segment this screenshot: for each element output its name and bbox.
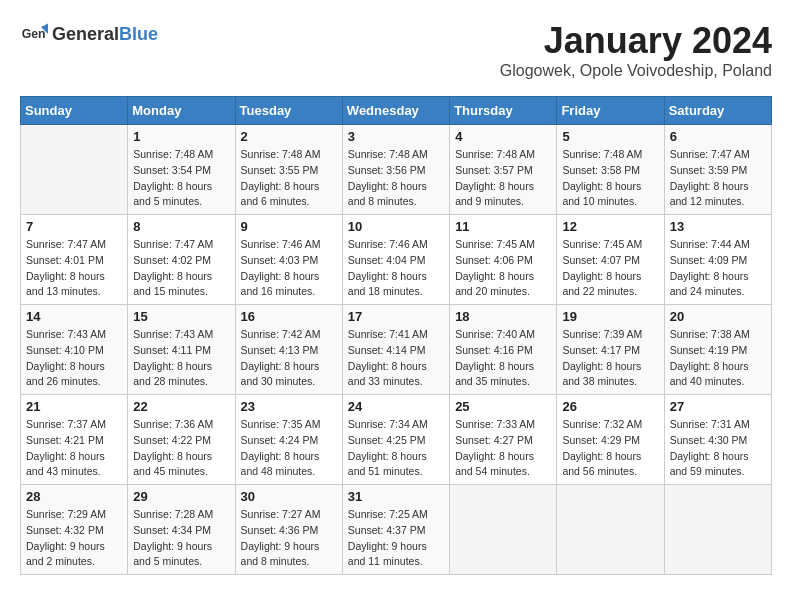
calendar-cell <box>21 125 128 215</box>
calendar-cell: 14Sunrise: 7:43 AMSunset: 4:10 PMDayligh… <box>21 305 128 395</box>
day-number: 29 <box>133 489 229 504</box>
day-number: 4 <box>455 129 551 144</box>
day-detail: Sunrise: 7:45 AMSunset: 4:07 PMDaylight:… <box>562 237 658 300</box>
day-number: 14 <box>26 309 122 324</box>
calendar-cell: 12Sunrise: 7:45 AMSunset: 4:07 PMDayligh… <box>557 215 664 305</box>
day-detail: Sunrise: 7:46 AMSunset: 4:04 PMDaylight:… <box>348 237 444 300</box>
day-detail: Sunrise: 7:37 AMSunset: 4:21 PMDaylight:… <box>26 417 122 480</box>
day-detail: Sunrise: 7:48 AMSunset: 3:54 PMDaylight:… <box>133 147 229 210</box>
week-row-2: 7Sunrise: 7:47 AMSunset: 4:01 PMDaylight… <box>21 215 772 305</box>
day-number: 22 <box>133 399 229 414</box>
calendar-cell: 9Sunrise: 7:46 AMSunset: 4:03 PMDaylight… <box>235 215 342 305</box>
calendar-cell: 2Sunrise: 7:48 AMSunset: 3:55 PMDaylight… <box>235 125 342 215</box>
day-number: 17 <box>348 309 444 324</box>
calendar-cell: 28Sunrise: 7:29 AMSunset: 4:32 PMDayligh… <box>21 485 128 575</box>
day-detail: Sunrise: 7:34 AMSunset: 4:25 PMDaylight:… <box>348 417 444 480</box>
day-number: 20 <box>670 309 766 324</box>
day-number: 25 <box>455 399 551 414</box>
calendar-cell: 29Sunrise: 7:28 AMSunset: 4:34 PMDayligh… <box>128 485 235 575</box>
weekday-header-thursday: Thursday <box>450 97 557 125</box>
day-detail: Sunrise: 7:31 AMSunset: 4:30 PMDaylight:… <box>670 417 766 480</box>
day-number: 28 <box>26 489 122 504</box>
day-number: 6 <box>670 129 766 144</box>
calendar-cell: 23Sunrise: 7:35 AMSunset: 4:24 PMDayligh… <box>235 395 342 485</box>
day-number: 7 <box>26 219 122 234</box>
week-row-5: 28Sunrise: 7:29 AMSunset: 4:32 PMDayligh… <box>21 485 772 575</box>
day-detail: Sunrise: 7:43 AMSunset: 4:11 PMDaylight:… <box>133 327 229 390</box>
day-number: 19 <box>562 309 658 324</box>
day-number: 27 <box>670 399 766 414</box>
day-detail: Sunrise: 7:40 AMSunset: 4:16 PMDaylight:… <box>455 327 551 390</box>
weekday-header-wednesday: Wednesday <box>342 97 449 125</box>
day-number: 21 <box>26 399 122 414</box>
calendar-cell: 27Sunrise: 7:31 AMSunset: 4:30 PMDayligh… <box>664 395 771 485</box>
day-detail: Sunrise: 7:36 AMSunset: 4:22 PMDaylight:… <box>133 417 229 480</box>
day-number: 1 <box>133 129 229 144</box>
day-detail: Sunrise: 7:41 AMSunset: 4:14 PMDaylight:… <box>348 327 444 390</box>
calendar-cell: 7Sunrise: 7:47 AMSunset: 4:01 PMDaylight… <box>21 215 128 305</box>
logo-blue: Blue <box>119 24 158 44</box>
calendar-cell: 15Sunrise: 7:43 AMSunset: 4:11 PMDayligh… <box>128 305 235 395</box>
logo: Gen GeneralBlue <box>20 20 158 48</box>
day-number: 9 <box>241 219 337 234</box>
calendar-cell: 11Sunrise: 7:45 AMSunset: 4:06 PMDayligh… <box>450 215 557 305</box>
day-number: 31 <box>348 489 444 504</box>
day-number: 3 <box>348 129 444 144</box>
day-detail: Sunrise: 7:38 AMSunset: 4:19 PMDaylight:… <box>670 327 766 390</box>
weekday-header-friday: Friday <box>557 97 664 125</box>
calendar-cell: 20Sunrise: 7:38 AMSunset: 4:19 PMDayligh… <box>664 305 771 395</box>
week-row-4: 21Sunrise: 7:37 AMSunset: 4:21 PMDayligh… <box>21 395 772 485</box>
day-number: 5 <box>562 129 658 144</box>
calendar-cell: 24Sunrise: 7:34 AMSunset: 4:25 PMDayligh… <box>342 395 449 485</box>
calendar-cell <box>557 485 664 575</box>
weekday-header-monday: Monday <box>128 97 235 125</box>
day-number: 24 <box>348 399 444 414</box>
weekday-header-row: SundayMondayTuesdayWednesdayThursdayFrid… <box>21 97 772 125</box>
calendar-cell: 16Sunrise: 7:42 AMSunset: 4:13 PMDayligh… <box>235 305 342 395</box>
calendar-cell: 8Sunrise: 7:47 AMSunset: 4:02 PMDaylight… <box>128 215 235 305</box>
calendar-cell: 30Sunrise: 7:27 AMSunset: 4:36 PMDayligh… <box>235 485 342 575</box>
calendar-cell: 4Sunrise: 7:48 AMSunset: 3:57 PMDaylight… <box>450 125 557 215</box>
day-detail: Sunrise: 7:43 AMSunset: 4:10 PMDaylight:… <box>26 327 122 390</box>
calendar-cell: 6Sunrise: 7:47 AMSunset: 3:59 PMDaylight… <box>664 125 771 215</box>
weekday-header-tuesday: Tuesday <box>235 97 342 125</box>
week-row-1: 1Sunrise: 7:48 AMSunset: 3:54 PMDaylight… <box>21 125 772 215</box>
calendar-cell: 21Sunrise: 7:37 AMSunset: 4:21 PMDayligh… <box>21 395 128 485</box>
day-number: 23 <box>241 399 337 414</box>
location-subtitle: Glogowek, Opole Voivodeship, Poland <box>500 62 772 80</box>
calendar-cell: 18Sunrise: 7:40 AMSunset: 4:16 PMDayligh… <box>450 305 557 395</box>
day-detail: Sunrise: 7:25 AMSunset: 4:37 PMDaylight:… <box>348 507 444 570</box>
day-number: 10 <box>348 219 444 234</box>
title-area: January 2024 Glogowek, Opole Voivodeship… <box>500 20 772 80</box>
week-row-3: 14Sunrise: 7:43 AMSunset: 4:10 PMDayligh… <box>21 305 772 395</box>
day-number: 12 <box>562 219 658 234</box>
day-number: 13 <box>670 219 766 234</box>
day-detail: Sunrise: 7:32 AMSunset: 4:29 PMDaylight:… <box>562 417 658 480</box>
calendar-cell: 19Sunrise: 7:39 AMSunset: 4:17 PMDayligh… <box>557 305 664 395</box>
day-number: 18 <box>455 309 551 324</box>
calendar-cell: 25Sunrise: 7:33 AMSunset: 4:27 PMDayligh… <box>450 395 557 485</box>
weekday-header-sunday: Sunday <box>21 97 128 125</box>
calendar-cell: 10Sunrise: 7:46 AMSunset: 4:04 PMDayligh… <box>342 215 449 305</box>
day-detail: Sunrise: 7:27 AMSunset: 4:36 PMDaylight:… <box>241 507 337 570</box>
month-title: January 2024 <box>500 20 772 62</box>
calendar-cell: 3Sunrise: 7:48 AMSunset: 3:56 PMDaylight… <box>342 125 449 215</box>
calendar-cell: 13Sunrise: 7:44 AMSunset: 4:09 PMDayligh… <box>664 215 771 305</box>
day-number: 16 <box>241 309 337 324</box>
calendar-cell <box>450 485 557 575</box>
logo-icon: Gen <box>20 20 48 48</box>
day-detail: Sunrise: 7:48 AMSunset: 3:56 PMDaylight:… <box>348 147 444 210</box>
day-detail: Sunrise: 7:47 AMSunset: 4:01 PMDaylight:… <box>26 237 122 300</box>
logo-general: General <box>52 24 119 44</box>
day-detail: Sunrise: 7:28 AMSunset: 4:34 PMDaylight:… <box>133 507 229 570</box>
day-detail: Sunrise: 7:48 AMSunset: 3:55 PMDaylight:… <box>241 147 337 210</box>
day-detail: Sunrise: 7:47 AMSunset: 4:02 PMDaylight:… <box>133 237 229 300</box>
calendar-table: SundayMondayTuesdayWednesdayThursdayFrid… <box>20 96 772 575</box>
day-detail: Sunrise: 7:33 AMSunset: 4:27 PMDaylight:… <box>455 417 551 480</box>
day-detail: Sunrise: 7:44 AMSunset: 4:09 PMDaylight:… <box>670 237 766 300</box>
day-number: 15 <box>133 309 229 324</box>
calendar-cell: 31Sunrise: 7:25 AMSunset: 4:37 PMDayligh… <box>342 485 449 575</box>
day-detail: Sunrise: 7:48 AMSunset: 3:58 PMDaylight:… <box>562 147 658 210</box>
calendar-cell: 22Sunrise: 7:36 AMSunset: 4:22 PMDayligh… <box>128 395 235 485</box>
calendar-cell: 1Sunrise: 7:48 AMSunset: 3:54 PMDaylight… <box>128 125 235 215</box>
